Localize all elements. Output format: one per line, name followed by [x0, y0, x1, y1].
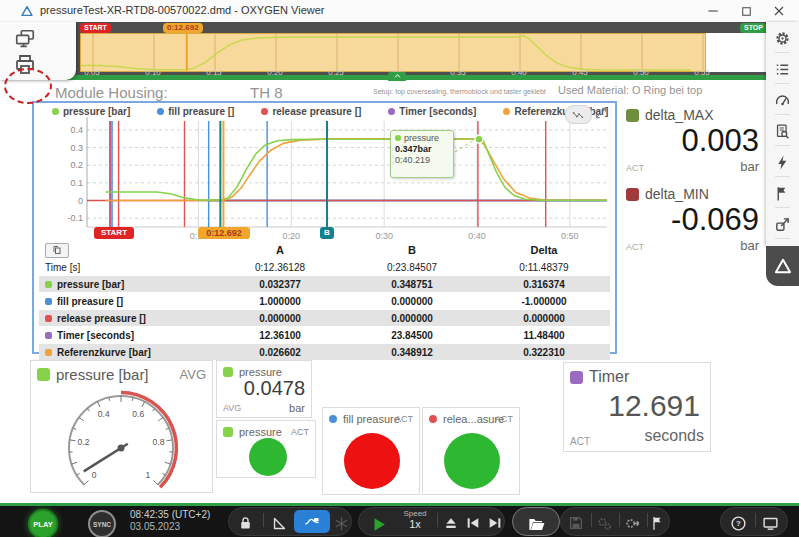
chart-tooltip: pressure 0.347bar 0:40.219	[390, 130, 454, 178]
marker-flag-icon[interactable]	[766, 181, 799, 205]
state-indicator-circle	[249, 438, 287, 476]
batch-process-icon[interactable]	[596, 515, 614, 533]
recorder-chart[interactable]: 0.40.30.20.10-0.10:100:200:300:400:50	[34, 103, 615, 243]
screen-mode-button[interactable]	[762, 515, 780, 533]
timeline-position-handle[interactable]	[388, 72, 406, 81]
export-settings-icon[interactable]	[624, 515, 642, 533]
indicator-widget-release-preasure[interactable]: relea...asure ACT	[422, 407, 520, 495]
playhead-time-badge[interactable]: 0:12.692	[198, 227, 250, 239]
delta-min-widget[interactable]: delta_MIN -0.069 ACT bar	[620, 180, 765, 257]
timer-mode: ACT	[570, 436, 590, 447]
svg-text:0.4: 0.4	[70, 125, 83, 135]
svg-text:0: 0	[92, 470, 97, 480]
state-indicator-circle	[344, 433, 400, 489]
table-cell: 0.000000	[478, 313, 610, 324]
gauge-mode: AVG	[180, 367, 207, 382]
delta-max-value: 0.003	[681, 123, 759, 159]
indicator-widget-fill-preasure[interactable]: fill preasure ACT	[322, 407, 420, 495]
tooltip-time: 0:40.219	[395, 155, 449, 165]
overview-playhead-badge[interactable]: 0:12.692	[163, 23, 203, 33]
titlebar: pressureTest-XR-RTD8-00570022.dmd - OXYG…	[0, 0, 799, 23]
digital-widget-pressure-avg[interactable]: pressure 0.0478 AVG bar	[216, 360, 312, 418]
indicator-title: pressure	[239, 426, 282, 438]
dewetron-logo[interactable]	[766, 246, 799, 286]
gauge-widget-pressure[interactable]: pressure [bar] AVG 00.20.40.60.81	[30, 360, 213, 493]
clock-date: 03.05.2023	[130, 521, 210, 533]
skip-to-end-button[interactable]	[487, 515, 505, 533]
sidebar-divider	[775, 52, 790, 53]
table-cell: Delta	[478, 244, 610, 256]
table-row: Referenzkurve [bar]0.0266020.3489120.322…	[39, 344, 610, 361]
measure-triangle-icon[interactable]	[271, 515, 289, 533]
delta-min-value: -0.069	[671, 202, 759, 238]
table-cell: 1.000000	[214, 296, 346, 307]
table-cell: 0.348912	[346, 347, 478, 358]
screens-layout-button[interactable]	[8, 26, 42, 52]
table-cell: fill preasure []	[39, 296, 214, 307]
minimize-button[interactable]	[700, 2, 726, 20]
separator	[263, 513, 264, 527]
lock-icon[interactable]	[237, 515, 255, 533]
timeline-progress-bar[interactable]	[0, 75, 766, 80]
open-file-button[interactable]	[527, 515, 545, 533]
channel-color-dot	[429, 415, 437, 423]
table-cell: 0:23.84507	[346, 262, 478, 273]
channel-list-icon[interactable]	[766, 57, 799, 81]
save-button[interactable]	[568, 515, 586, 533]
report-search-icon[interactable]	[766, 119, 799, 143]
screens-layout-icon	[14, 28, 36, 50]
table-cell: 0.000000	[346, 313, 478, 324]
oxygen-viewer-window: pressureTest-XR-RTD8-00570022.dmd - OXYG…	[0, 0, 799, 537]
window-title: pressureTest-XR-RTD8-00570022.dmd - OXYG…	[40, 4, 325, 16]
export-share-icon[interactable]	[766, 212, 799, 236]
table-cell	[39, 243, 214, 258]
power-bolt-icon[interactable]	[766, 150, 799, 174]
cursor-b-badge[interactable]: B	[320, 227, 334, 239]
table-cell: 0.316374	[478, 279, 610, 290]
curve-display-button[interactable]	[294, 510, 330, 533]
skip-to-start-button[interactable]	[465, 515, 483, 533]
svg-text:0.2: 0.2	[70, 160, 83, 170]
table-cell: -1.000000	[478, 296, 610, 307]
timer-unit: seconds	[644, 427, 704, 445]
close-button[interactable]	[766, 2, 792, 20]
sync-button[interactable]: SYNC	[88, 510, 116, 537]
delta-max-unit: bar	[740, 159, 759, 174]
channel-color-swatch	[626, 109, 639, 122]
gauge-title: pressure [bar]	[56, 366, 149, 383]
play-mode-button[interactable]: PLAY	[28, 509, 58, 537]
sidebar-divider	[775, 114, 790, 115]
table-row: pressure [bar]0.0323770.3487510.316374	[39, 276, 610, 293]
tooltip-value: 0.347bar	[395, 144, 449, 154]
measurement-gauge-icon[interactable]	[766, 88, 799, 112]
channel-color-swatch	[37, 368, 50, 381]
maximize-button[interactable]	[733, 2, 759, 20]
recorder-chart-panel[interactable]: pressure [bar]fill preasure []release pr…	[32, 101, 617, 354]
table-row: ABDelta	[39, 242, 610, 259]
curve-icon	[302, 514, 322, 530]
timer-widget[interactable]: Timer 12.691 ACT seconds	[563, 362, 711, 452]
separator	[591, 513, 592, 527]
delta-max-widget[interactable]: delta_MAX 0.003 ACT bar	[620, 101, 765, 178]
overview-band[interactable]	[80, 33, 706, 72]
settings-gear-icon[interactable]	[766, 26, 799, 50]
table-row: Timer [seconds]12.3610023.8450011.48400	[39, 327, 610, 344]
digital-value: 0.0478	[244, 377, 305, 400]
indicator-mode: ACT	[291, 427, 309, 437]
digital-unit: bar	[289, 402, 305, 414]
help-button[interactable]	[730, 515, 748, 533]
freeze-icon[interactable]	[333, 515, 351, 533]
table-cell: Referenzkurve [bar]	[39, 347, 214, 358]
overview-curve	[81, 34, 705, 71]
marker-flag-button[interactable]	[650, 515, 668, 533]
indicator-widget-pressure[interactable]: pressure ACT	[216, 420, 316, 478]
speed-control[interactable]: Speed 1x	[398, 509, 432, 530]
sidebar-divider	[775, 145, 790, 146]
playback-play-button[interactable]	[369, 515, 387, 533]
eject-button[interactable]	[443, 515, 461, 533]
delta-min-title: delta_MIN	[645, 186, 709, 202]
copy-table-button[interactable]	[45, 243, 69, 258]
delta-max-mode: ACT	[626, 163, 644, 173]
channel-color-swatch	[626, 188, 639, 201]
setup-note: Setup: top coversealing, thermoblock und…	[373, 88, 546, 95]
